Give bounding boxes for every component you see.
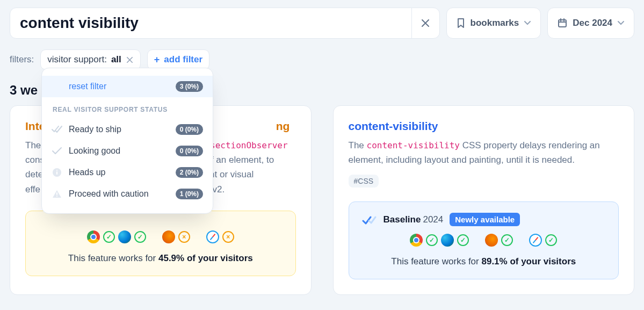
- edge-icon: [118, 230, 131, 243]
- safari-icon: [206, 230, 219, 243]
- result-title: content-visibility: [349, 120, 619, 133]
- dropdown-item-reset[interactable]: reset filter 3 (0%): [42, 76, 213, 97]
- svg-rect-4: [56, 192, 57, 195]
- top-bar: bookmarks Dec 2024: [10, 8, 634, 39]
- dropdown-item-label: Heads up: [69, 168, 169, 177]
- dropdown-item-badge: 0 (0%): [176, 146, 203, 156]
- chevron-down-icon: [524, 21, 531, 25]
- svg-rect-2: [56, 171, 57, 175]
- check-icon: [52, 146, 62, 156]
- filter-chip-remove[interactable]: [126, 57, 134, 63]
- browser-support-row: ✓ ✓ × ×: [35, 230, 286, 243]
- status-warn-icon: ×: [222, 231, 234, 243]
- status-ok-icon: ✓: [103, 231, 115, 243]
- svg-rect-3: [56, 170, 57, 171]
- filter-chip-key: visitor support:: [47, 54, 107, 65]
- dropdown-section-header: REAL VISITOR SUPPORT STATUS: [42, 97, 213, 119]
- dropdown-item-badge: 1 (0%): [176, 189, 203, 199]
- filters-bar: filters: visitor support: all + add filt…: [10, 49, 634, 70]
- blank-icon: [52, 81, 62, 92]
- filter-dropdown: reset filter 3 (0%) REAL VISITOR SUPPORT…: [41, 68, 213, 214]
- browser-safari: ×: [206, 230, 234, 243]
- browser-firefox: ✓: [485, 234, 513, 247]
- result-description: The content-visibility CSS property dela…: [349, 138, 619, 167]
- status-ok-icon: ✓: [426, 234, 438, 246]
- baseline-summary: This feature works for 45.9% of your vis…: [35, 253, 286, 264]
- firefox-icon: [162, 230, 175, 243]
- result-tag[interactable]: #CSS: [349, 175, 379, 188]
- dropdown-item-badge: 2 (0%): [176, 167, 203, 178]
- filter-chip-value: all: [111, 54, 121, 65]
- status-warn-icon: ×: [178, 231, 190, 243]
- close-icon: [127, 57, 133, 63]
- dropdown-item-heads-up[interactable]: Heads up 2 (0%): [42, 162, 213, 183]
- dropdown-item-label: Looking good: [69, 146, 169, 156]
- dropdown-item-caution[interactable]: Proceed with caution 1 (0%): [42, 183, 213, 205]
- status-ok-icon: ✓: [134, 231, 146, 243]
- filters-label: filters:: [10, 54, 34, 65]
- svg-rect-0: [559, 20, 566, 27]
- dropdown-item-label: reset filter: [69, 82, 169, 91]
- warning-icon: [52, 189, 62, 199]
- chrome-icon: [87, 230, 100, 243]
- edge-icon: [441, 234, 454, 247]
- baseline-header: Baseline2024 Newly available: [359, 213, 609, 226]
- dropdown-item-looking-good[interactable]: Looking good 0 (0%): [42, 140, 213, 162]
- search-container: [10, 8, 440, 39]
- chrome-icon: [410, 234, 423, 247]
- bookmark-icon: [457, 18, 465, 28]
- baseline-check-icon: [362, 214, 377, 225]
- safari-icon: [529, 234, 542, 247]
- search-clear-button[interactable]: [411, 8, 439, 38]
- browser-support-row: ✓ ✓ ✓ ✓: [359, 234, 609, 247]
- filter-chip-visitor-support[interactable]: visitor support: all: [40, 49, 140, 70]
- double-check-icon: [52, 124, 62, 135]
- info-icon: [52, 167, 62, 178]
- dropdown-item-badge: 3 (0%): [176, 81, 203, 92]
- dropdown-item-badge: 0 (0%): [176, 124, 203, 135]
- baseline-summary: This feature works for 89.1% of your vis…: [359, 256, 609, 267]
- result-card[interactable]: content-visibility The content-visibilit…: [333, 105, 635, 295]
- date-picker-button[interactable]: Dec 2024: [547, 8, 634, 39]
- status-ok-icon: ✓: [545, 234, 557, 246]
- browser-safari: ✓: [529, 234, 557, 247]
- date-label: Dec 2024: [573, 18, 612, 28]
- firefox-icon: [485, 234, 498, 247]
- bookmarks-button[interactable]: bookmarks: [446, 8, 541, 39]
- baseline-panel: ✓ ✓ × × This feature works for 45.9% of …: [25, 211, 296, 276]
- add-filter-label: add filter: [164, 54, 202, 65]
- calendar-icon: [558, 18, 567, 28]
- baseline-badge: Newly available: [450, 213, 520, 226]
- plus-icon: +: [154, 55, 160, 64]
- browser-firefox: ×: [162, 230, 190, 243]
- bookmarks-label: bookmarks: [471, 18, 519, 28]
- baseline-title: Baseline2024: [383, 214, 444, 225]
- baseline-panel: Baseline2024 Newly available ✓ ✓ ✓: [349, 201, 619, 279]
- status-ok-icon: ✓: [457, 234, 469, 246]
- dropdown-item-label: Ready to ship: [69, 125, 169, 134]
- search-input[interactable]: [10, 8, 411, 38]
- dropdown-item-label: Proceed with caution: [69, 189, 169, 199]
- status-ok-icon: ✓: [501, 234, 513, 246]
- svg-rect-5: [56, 196, 57, 197]
- dropdown-item-ready[interactable]: Ready to ship 0 (0%): [42, 119, 213, 140]
- close-icon: [422, 19, 429, 27]
- chevron-down-icon: [618, 21, 624, 25]
- browser-chrome-edge: ✓ ✓: [410, 234, 469, 247]
- add-filter-button[interactable]: + add filter: [147, 49, 209, 70]
- browser-chrome-edge: ✓ ✓: [87, 230, 146, 243]
